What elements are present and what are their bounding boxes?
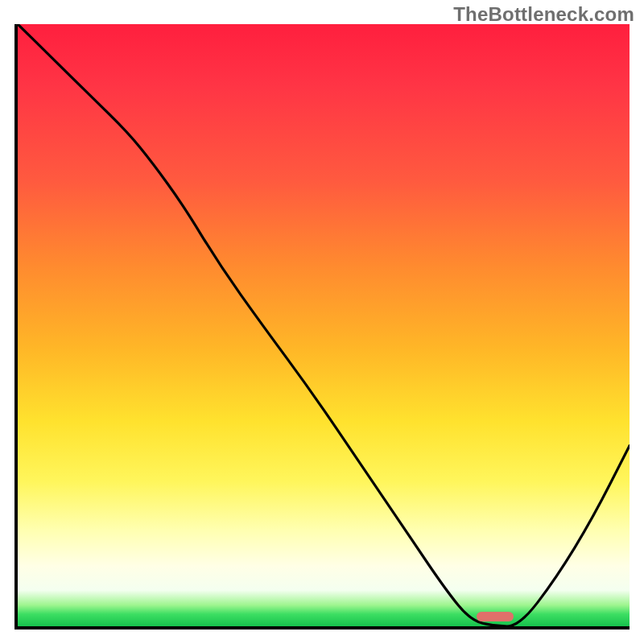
watermark-text: TheBottleneck.com <box>453 3 634 26</box>
optimal-marker <box>477 612 514 621</box>
plot-area <box>14 24 630 630</box>
bottleneck-curve <box>18 24 630 626</box>
